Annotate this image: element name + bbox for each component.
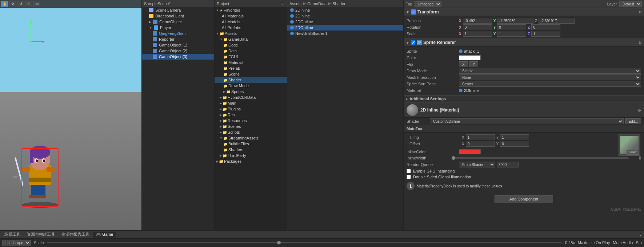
asset-item-2doutline1[interactable]: 2DOutline — [287, 19, 403, 25]
add-component-btn[interactable]: Add Component — [495, 195, 553, 203]
mask-interaction-label: Mask Interaction — [407, 75, 457, 80]
folder-resources[interactable]: ▶ 📁 Resources — [215, 118, 287, 124]
folder-packages[interactable]: ▶ 📁 Packages — [215, 158, 287, 164]
sprite-renderer-header[interactable]: ▼ SR Sprite Renderer ⚙ — [404, 39, 644, 46]
transform-header[interactable]: ▼ T Transform ⚙ — [404, 8, 644, 16]
tab-scene-tools[interactable]: 场景工具 — [1, 231, 23, 238]
folder-prefab[interactable]: 📁 Prefab — [215, 65, 287, 71]
rot-y-input[interactable] — [497, 24, 526, 30]
asset-item-2dinline1[interactable]: 2DInline — [287, 7, 403, 13]
scale-z-input[interactable] — [531, 31, 560, 37]
folder-res[interactable]: ▶ 📁 Res — [215, 112, 287, 118]
folder-gamedata[interactable]: ▼ 📁 GameData — [215, 36, 287, 42]
rot-z-input[interactable] — [531, 24, 560, 30]
folder-buildinfiles[interactable]: 📁 BuildInFiles — [215, 141, 287, 147]
render-queue-select[interactable]: From Shader — [459, 162, 495, 167]
scale-x-input[interactable] — [463, 31, 492, 37]
folder-scripts[interactable]: ▶ 📁 Scripts — [215, 129, 287, 135]
bottom-menu-btn[interactable]: ⋮ — [639, 232, 643, 237]
hierarchy-item-go3[interactable]: GameObject (3) — [142, 54, 214, 60]
stats-btn[interactable]: Sta — [636, 240, 642, 245]
color-preview[interactable] — [459, 55, 481, 60]
sprite-sort-point-select[interactable]: Center — [459, 81, 641, 87]
favorites-prefabs[interactable]: All Prefabs — [215, 25, 287, 31]
inline-color-preview[interactable] — [459, 149, 481, 154]
sprite-renderer-enabled[interactable] — [411, 40, 415, 45]
folder-sprites[interactable]: ▶ 📁 Sprites — [215, 89, 287, 94]
draw-mode-select[interactable]: Simple — [459, 68, 641, 74]
offset-x-input[interactable] — [466, 141, 495, 147]
move-tool-btn[interactable]: ✥ — [9, 1, 16, 7]
folder-scene[interactable]: 📁 Scene — [215, 71, 287, 77]
favorites-materials[interactable]: All Materials — [215, 13, 287, 19]
favorites-section[interactable]: ▼ ★ Favorites — [215, 7, 287, 13]
hierarchy-item-player[interactable]: ▼ Player — [142, 25, 214, 31]
pos-y-input[interactable] — [497, 18, 533, 24]
scale-y-input[interactable] — [497, 31, 526, 37]
mute-audio-btn[interactable]: Mute Audio — [613, 240, 633, 245]
pos-x-input[interactable] — [463, 18, 492, 24]
hierarchy-item-qingfengzhen[interactable]: QingFengZhen — [142, 31, 214, 36]
mask-interaction-select[interactable]: None — [459, 74, 641, 80]
asset-item-2dinline2[interactable]: 2DInline — [287, 13, 403, 19]
hand-tool-btn[interactable]: ✋ — [1, 1, 8, 7]
flip-x-btn[interactable]: X — [459, 61, 468, 67]
rect-tool-btn[interactable]: ▭ — [33, 1, 40, 7]
enable-gpu-checkbox[interactable] — [407, 169, 411, 173]
tag-select[interactable]: Untagged — [415, 1, 441, 7]
transform-settings-icon[interactable]: ⚙ — [639, 10, 642, 14]
maximize-on-play[interactable]: Maximize On Play — [578, 240, 610, 245]
tiling-x-input[interactable] — [466, 134, 495, 140]
scale-tool-btn[interactable]: ⊞ — [25, 1, 32, 7]
pos-z-input[interactable] — [539, 18, 575, 24]
inline-width-slider[interactable] — [452, 157, 629, 159]
folder-plugins[interactable]: ▶ 📁 Plugins — [215, 106, 287, 112]
tab-asset-build[interactable]: 资源包构建工具 — [24, 231, 58, 238]
folder-hybridclr[interactable]: ▶ 📁 HybridCLRData — [215, 94, 287, 100]
hierarchy-item-go2[interactable]: GameObject (2) — [142, 48, 214, 54]
folder-shaders[interactable]: 📁 Shaders — [215, 147, 287, 153]
edit-shader-btn[interactable]: Edit... — [625, 118, 641, 124]
folder-data[interactable]: 📁 Data — [215, 48, 287, 54]
asset-item-newunlit[interactable]: NewUnlitShader 1 — [287, 31, 403, 36]
render-queue-num[interactable] — [497, 162, 519, 167]
hierarchy-menu-btn[interactable]: ⋮ — [208, 1, 212, 6]
folder-materail[interactable]: 📁 Materail — [215, 60, 287, 65]
folder-streamingassets[interactable]: ▼ 📁 StreamingAssets — [215, 135, 287, 141]
folder-sound[interactable]: 📁 Draw Mode — [215, 83, 287, 89]
project-menu-btn[interactable]: ⋮ — [281, 1, 285, 6]
material-settings-icon[interactable]: ⚙ — [638, 108, 641, 112]
hierarchy-item-reporter[interactable]: Reporter — [142, 36, 214, 42]
tab-asset-report[interactable]: 资源包报告工具 — [59, 231, 92, 238]
folder-thirdparty[interactable]: ▶ 📁 ThirdParty — [215, 153, 287, 158]
rotate-tool-btn[interactable]: ↺ — [17, 1, 24, 7]
offset-y-input[interactable] — [500, 141, 529, 147]
breadcrumb-assets[interactable]: Assets — [289, 1, 301, 6]
shader-select[interactable]: Custom/2DInline — [430, 118, 624, 124]
assets-root[interactable]: ▼ 📁 Assets — [215, 31, 287, 36]
folder-main[interactable]: ▶ 📁 Main — [215, 100, 287, 106]
folder-code[interactable]: 📁 Code — [215, 42, 287, 48]
asset-item-2doutline2[interactable]: 2DOutline — [287, 25, 403, 31]
folder-scenes[interactable]: ▶ 📁 Scenes — [215, 124, 287, 129]
hierarchy-item-directional-light[interactable]: Directional Light — [142, 13, 214, 19]
hierarchy-item-gameobject[interactable]: ▶ GameObject — [142, 19, 214, 25]
tab-game[interactable]: 🎮 Game — [93, 231, 116, 238]
tiling-y-input[interactable] — [500, 134, 529, 140]
additional-settings-header[interactable]: ▶ Additional Settings — [404, 95, 644, 102]
select-texture-btn[interactable]: Select — [627, 150, 639, 155]
layer-select[interactable]: Default — [619, 1, 642, 7]
aspect-select[interactable]: Landscape — [2, 240, 31, 246]
folder-shader[interactable]: 📁 Shader — [215, 77, 287, 83]
rot-x-input[interactable] — [463, 24, 492, 30]
favorites-models[interactable]: All Models — [215, 19, 287, 25]
breadcrumb-shader[interactable]: Shader — [332, 1, 345, 6]
flip-y-btn[interactable]: Y — [469, 61, 479, 67]
breadcrumb-gamedata[interactable]: GameData — [307, 1, 327, 6]
sprite-renderer-settings-icon[interactable]: ⚙ — [639, 41, 642, 45]
scale-slider[interactable] — [47, 242, 562, 243]
hierarchy-item-go1[interactable]: GameObject (1) — [142, 42, 214, 48]
folder-fgui[interactable]: 📁 FGUI — [215, 54, 287, 60]
double-sided-checkbox[interactable] — [407, 175, 411, 179]
hierarchy-item-scene-camera[interactable]: SceneCamera — [142, 7, 214, 13]
